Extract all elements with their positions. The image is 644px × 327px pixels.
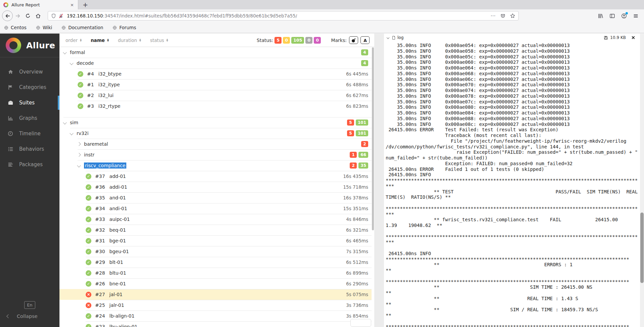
log-line [386, 200, 639, 206]
library-icon[interactable] [598, 13, 603, 19]
language-switcher[interactable]: En [0, 301, 59, 309]
test-number: #23 [95, 324, 105, 327]
back-button[interactable] [2, 10, 13, 21]
badge-failed: 2 [361, 141, 368, 147]
tree-row-bge-01[interactable]: ✓#31bge-016s 465ms [59, 235, 372, 246]
tree-row-decode[interactable]: decode4 [59, 58, 372, 68]
page-actions-icon[interactable]: ⋯ [490, 13, 496, 19]
brand-name: Allure [26, 41, 55, 50]
test-name: lbu-align-01 [110, 324, 138, 327]
tree-row-instr[interactable]: instr166 [59, 149, 372, 160]
status-filter-label: Status: [257, 38, 273, 43]
sidebar-item-label: Categories [19, 84, 46, 90]
new-tab-button[interactable]: + [81, 1, 89, 9]
bookmark-item-centos[interactable]: Centos [4, 25, 27, 30]
tree-row-blt-01[interactable]: ✓#29blt-016s 512ms [59, 257, 372, 268]
bookmark-item-forums[interactable]: Forums [113, 25, 136, 30]
log-line: ** SIM / REAL TIME : 18459.73 NS/S [386, 307, 639, 313]
pocket-icon[interactable] [500, 13, 506, 18]
tree-row-i32_itype[interactable]: ✓#1i32_itype6s 488ms [59, 79, 372, 90]
tree-row-riscv_compliance[interactable]: riscv_compliance235 [59, 160, 372, 171]
tab-close-icon[interactable]: × [70, 2, 75, 7]
forward-button[interactable] [13, 11, 23, 21]
account-icon[interactable] [621, 13, 627, 19]
log-line: 26415.00ns INFO [386, 251, 639, 256]
url-text[interactable]: 192.168.10.150:34547/index.html#suites/f… [67, 13, 297, 18]
shield-icon[interactable] [51, 13, 56, 18]
log-scrollbar-thumb[interactable] [640, 213, 644, 283]
close-icon[interactable] [631, 36, 635, 40]
tree-row-bgeu-01[interactable]: ✓#30bgeu-017s 315ms [59, 246, 372, 257]
log-line: *** [386, 183, 639, 189]
tree-scrollbar[interactable] [372, 47, 374, 327]
log-content[interactable]: 35.00ns INFO 0x000ae054: exp=0x00000027 … [386, 42, 639, 327]
tree-row-add-01[interactable]: ✓#37add-0116s 435ms [59, 171, 372, 182]
log-line: /dv/common/python/fwrisc_tests/rv32i_com… [386, 144, 639, 150]
test-duration: 15s 351ms [343, 206, 368, 211]
log-header[interactable]: log 10.9 KB [384, 34, 644, 42]
tree-row-andi-01[interactable]: ✓#34andi-0115s 351ms [59, 203, 372, 214]
sort-column-name[interactable]: name▲▼ [91, 38, 109, 43]
sidebar-item-suites[interactable]: Suites [0, 95, 59, 110]
tree-row-i32_btype[interactable]: ✓#4i32_btype6s 445ms [59, 68, 372, 79]
sidebar-item-timeline[interactable]: Timeline [0, 126, 59, 141]
test-name: i32_rtype [98, 103, 121, 109]
test-duration: 6s 290ms [346, 281, 368, 286]
sort-column-order[interactable]: order▲▼ [66, 38, 82, 43]
sidebar-item-categories[interactable]: Categories [0, 80, 59, 95]
test-name: bge-01 [110, 238, 126, 243]
sidebar-item-behaviors[interactable]: Behaviors [0, 141, 59, 157]
mark-toggle-flaky[interactable] [349, 36, 358, 44]
tree-row-rv32i[interactable]: rv32i5101 [59, 128, 372, 139]
sort-column-duration[interactable]: duration▲▼ [118, 38, 141, 43]
language-label[interactable]: En [24, 301, 36, 309]
menu-icon[interactable] [633, 13, 639, 19]
tree-row-beq-01[interactable]: ✓#32beq-016s 321ms [59, 225, 372, 235]
sidebar-item-overview[interactable]: Overview [0, 64, 59, 80]
scroll-corner [350, 319, 371, 327]
tree-row-formal[interactable]: formal4 [59, 47, 372, 58]
sort-column-status[interactable]: status▲▼ [150, 38, 168, 43]
tree-row-bne-01[interactable]: ✓#26bne-016s 290ms [59, 278, 372, 289]
sidebar-item-packages[interactable]: Packages [0, 157, 59, 172]
collapse-button[interactable]: Collapse [0, 314, 38, 319]
tree-row-i32_lui[interactable]: ✓#2i32_lui6s 627ms [59, 90, 372, 101]
home-button[interactable] [33, 11, 43, 21]
browser-tab-allure-report[interactable]: Allure Report × [0, 0, 78, 9]
tree-row-i32_rtype[interactable]: ✓#3i32_rtype6s 823ms [59, 101, 372, 111]
bookmark-star-icon[interactable] [510, 13, 515, 18]
panel-splitter[interactable] [374, 34, 384, 327]
filters: Status: 5010500 Marks: A [257, 36, 370, 44]
tree-row-sim[interactable]: sim5101 [59, 117, 372, 128]
save-icon[interactable] [604, 36, 608, 40]
log-line: ** fwrisc_tests.rv32i_compliance.test FA… [386, 217, 639, 223]
sidebar-toggle-icon[interactable] [609, 13, 615, 19]
group-name: decode [77, 60, 94, 66]
tree-row-lb-align-01[interactable]: ✓#24lb-align-013s 854ms [59, 311, 372, 321]
row-separator [86, 192, 372, 193]
log-scrollbar[interactable] [640, 34, 644, 327]
bookmark-item-documentation[interactable]: Documentation [61, 25, 103, 30]
allure-app: Allure OverviewCategoriesSuitesGraphsTim… [0, 34, 644, 327]
tree-scrollbar-thumb[interactable] [372, 47, 374, 230]
tree-row-auipc-01[interactable]: ✓#33auipc-014s 846ms [59, 214, 372, 225]
tree-row-addi-01[interactable]: ✓#36addi-0115s 718ms [59, 182, 372, 192]
log-line: 35.00ns INFO 0x000ae078: exp=0x00000027 … [386, 93, 639, 99]
tree-row-and-01[interactable]: ✓#35and-0116s 378ms [59, 192, 372, 203]
tree-row-baremetal[interactable]: baremetal2 [59, 139, 372, 149]
insecure-lock-icon[interactable] [58, 13, 63, 18]
row-separator [78, 160, 372, 160]
test-number: #34 [95, 206, 105, 211]
url-bar[interactable]: 192.168.10.150:34547/index.html#suites/f… [48, 11, 519, 20]
mark-toggle-marked[interactable]: A [360, 36, 370, 44]
tree-row-jalr-01[interactable]: ×#25jalr-013s 736ms [59, 300, 372, 311]
tree-row-jal-01[interactable]: ×#27jal-015s 075ms [59, 289, 372, 300]
tree-row-lbu-align-01[interactable]: ✓#23lbu-align-01 [59, 321, 372, 327]
allure-brand[interactable]: Allure [0, 34, 59, 57]
bookmark-item-wiki[interactable]: Wiki [36, 25, 52, 30]
reload-button[interactable] [23, 11, 33, 21]
tree-row-bltu-01[interactable]: ✓#28bltu-016s 899ms [59, 268, 372, 278]
passed-status-icon: ✓ [86, 313, 91, 319]
passed-status-icon: ✓ [78, 103, 83, 109]
sidebar-item-graphs[interactable]: Graphs [0, 110, 59, 126]
